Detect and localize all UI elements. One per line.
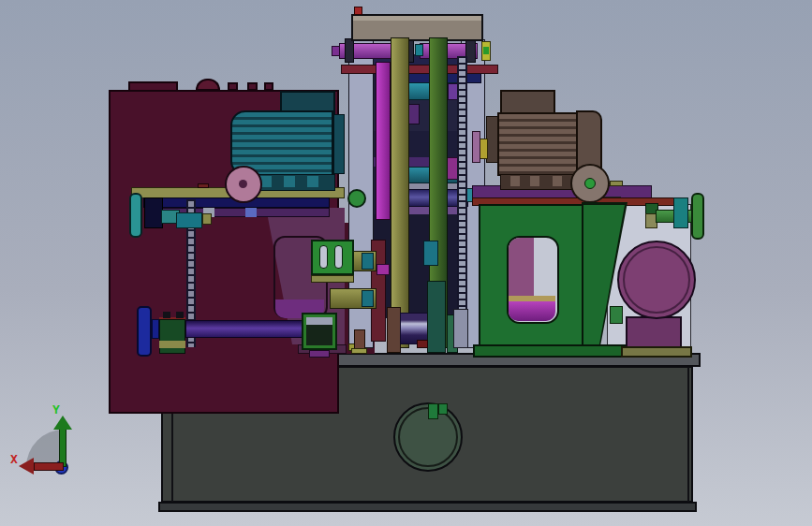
motor-right-body[interactable]	[497, 112, 578, 176]
motor-r-foot-slot-a	[510, 176, 520, 186]
y-axis-label: Y	[52, 403, 60, 416]
lower-disc-stub	[152, 319, 159, 339]
die-block-green	[427, 281, 446, 353]
pedestal-base-olive	[621, 346, 692, 358]
slot-bracket-green[interactable]	[311, 240, 354, 275]
bearing-cap-b	[176, 312, 184, 318]
khaki-beam-tab-red	[198, 183, 209, 188]
x-axis-arrow-icon	[34, 462, 64, 471]
plate-lug-a	[228, 82, 238, 91]
hole-notch-a	[428, 403, 438, 419]
beam-tab-khaki	[610, 181, 623, 186]
olive-cyl-cap-upper	[362, 253, 374, 270]
bearing-cap-a	[163, 312, 170, 318]
column-magenta[interactable]	[376, 62, 391, 220]
left-bearing-teal-block	[176, 212, 202, 228]
y-axis-arrowhead-icon	[53, 416, 72, 430]
column-olive[interactable]	[391, 37, 409, 348]
lower-bearing-green[interactable]	[159, 319, 185, 354]
plate-lug-c	[264, 82, 273, 91]
guide-post-brown-left	[387, 307, 401, 353]
shaft-end-green-dot	[483, 47, 489, 54]
drive-shaft-purple[interactable]	[185, 320, 303, 338]
bracket-slot-b	[334, 245, 343, 269]
y-axis-arrow-icon	[59, 429, 66, 467]
crown-cap[interactable]	[351, 14, 483, 41]
right-stand-foot	[473, 344, 634, 358]
teal-clamp-mid	[423, 241, 438, 266]
tool-box-top	[306, 317, 332, 325]
shaft-nub-teal	[415, 44, 423, 56]
cad-viewport[interactable]: X Y	[0, 0, 812, 526]
flywheel-ring	[623, 246, 690, 314]
pulley-right-hub	[584, 178, 596, 189]
magenta-nub	[376, 264, 390, 275]
olive-cyl-cap-lower	[362, 290, 374, 307]
bracket-khaki-strip	[311, 275, 354, 283]
plate-lug-b	[247, 82, 258, 91]
shaft-flange-left	[345, 38, 354, 63]
machine-base-flange	[158, 502, 697, 512]
plate-lug-dome	[196, 79, 220, 91]
purple-beam-seg-blue	[245, 208, 257, 217]
flywheel-pedestal	[626, 316, 682, 348]
z-axis-dot-icon	[54, 460, 68, 475]
guide-post-brown-far-left	[354, 329, 365, 350]
khaki-foot-left	[351, 348, 367, 354]
cap-knob-red	[354, 7, 362, 15]
purple-bit-left-of-motor	[472, 131, 480, 163]
flywheel-green-nub	[610, 306, 623, 324]
left-khaki-nub	[202, 213, 212, 225]
hole-notch-b	[438, 403, 448, 415]
x-axis-arrowhead-icon	[19, 458, 34, 475]
lower-disc-blue[interactable]	[137, 306, 152, 357]
slide-block-gray	[453, 309, 468, 348]
lead-screw	[457, 56, 467, 348]
tool-box-cavity	[306, 325, 332, 345]
motor-r-foot-slot-b	[530, 176, 539, 186]
base-panel-line-right	[687, 367, 689, 502]
ram-foot-red	[417, 340, 428, 348]
end-block-teal	[673, 197, 688, 228]
motor-r-foot-slot-c	[553, 176, 562, 186]
cutout-purple-roll	[509, 301, 555, 321]
motor-foot-slot-b	[284, 176, 295, 187]
left-shaft-navy-block	[144, 197, 163, 228]
left-shaft-flange-disc[interactable]	[129, 193, 142, 238]
idler-disc-green[interactable]	[347, 189, 366, 208]
shaft-knob-yellow	[480, 139, 488, 159]
tool-box-foot-purple	[309, 350, 330, 358]
x-axis-label: X	[10, 453, 18, 465]
plate-lug-wide	[128, 81, 178, 92]
motor-foot-slot-c	[307, 176, 318, 187]
motor-left-end-bell	[333, 114, 345, 174]
tie-bar-red[interactable]	[341, 65, 498, 74]
pulley-left-hole	[239, 180, 247, 188]
bearing-khaki-strip	[159, 341, 185, 348]
end-flange-green[interactable]	[691, 193, 704, 240]
bracket-slot-a	[319, 245, 328, 269]
triad-arc-fan	[26, 430, 64, 467]
